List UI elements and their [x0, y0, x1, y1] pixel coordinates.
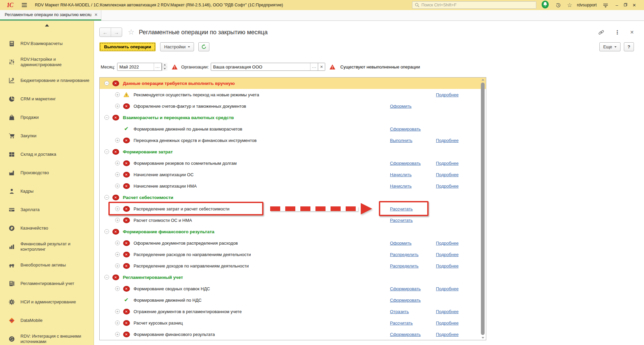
expand-icon[interactable]: +	[115, 92, 120, 97]
action-link[interactable]: Сформировать	[390, 298, 421, 303]
operation-row[interactable]: +✕Распределение доходов по направлениям …	[100, 260, 486, 272]
action-link[interactable]: Отразить	[390, 309, 409, 314]
action-link[interactable]: Рассчитать	[390, 206, 413, 211]
user-menu[interactable]: rdvsupport	[577, 3, 597, 7]
spinner-up-icon[interactable]	[162, 63, 167, 67]
restore-button[interactable]	[621, 3, 630, 8]
operation-row[interactable]: ✔Формирование движений по НДССформироват…	[100, 294, 486, 306]
global-search[interactable]	[412, 1, 536, 9]
spinner-down-icon[interactable]	[162, 67, 167, 71]
details-link[interactable]: Подробнее	[436, 161, 458, 166]
expand-icon[interactable]: +	[115, 332, 120, 337]
sidebar-item-hr[interactable]: Кадры	[0, 182, 94, 200]
expand-icon[interactable]: +	[115, 138, 120, 143]
copy-link-icon[interactable]	[598, 29, 604, 36]
scrollbar-up-icon[interactable]	[482, 79, 484, 81]
details-link[interactable]: Подробнее	[436, 309, 458, 314]
action-link[interactable]: Оформить	[390, 104, 411, 109]
scrollbar-thumb[interactable]	[481, 83, 485, 335]
operation-row[interactable]: +✕Переоценка денежных средств и финансов…	[100, 135, 486, 146]
expand-icon[interactable]: +	[115, 321, 120, 325]
operation-row[interactable]: ✔Формирование движений по данным взаимор…	[100, 123, 486, 135]
sidebar-item-crm[interactable]: CRM и маркетинг	[0, 90, 94, 108]
settings-button[interactable]: Настройки	[160, 42, 194, 51]
action-link[interactable]: Сформировать	[390, 286, 421, 291]
sidebar-scroll-up-icon[interactable]	[45, 24, 49, 27]
expand-icon[interactable]: +	[115, 161, 120, 165]
action-link[interactable]: Сформировать	[390, 127, 421, 132]
collapse-icon[interactable]: −	[104, 229, 109, 234]
details-link[interactable]: Подробнее	[436, 241, 458, 246]
action-link[interactable]: Начислить	[390, 172, 411, 177]
action-link[interactable]: Рассчитать	[390, 321, 413, 326]
close-window-button[interactable]: ✕	[630, 3, 639, 8]
refresh-button[interactable]	[198, 42, 209, 51]
minimize-button[interactable]: –	[612, 3, 621, 8]
expand-icon[interactable]: +	[115, 172, 120, 177]
sidebar-item-production[interactable]: Производство	[0, 163, 94, 182]
operation-row[interactable]: +!Рекомендуется осуществить переход на н…	[100, 89, 486, 100]
organization-clear-icon[interactable]: ✕	[318, 63, 325, 70]
expand-icon[interactable]: +	[115, 184, 120, 188]
details-link[interactable]: Подробнее	[436, 184, 458, 189]
collapse-icon[interactable]: −	[104, 149, 109, 154]
sidebar-item-rdv-vzaimoraschety[interactable]: RDV:Взаиморасчеты	[0, 34, 94, 53]
main-menu-icon[interactable]	[22, 3, 27, 7]
sidebar-item-salary[interactable]: Зарплата	[0, 200, 94, 219]
organization-input[interactable]	[211, 63, 310, 70]
operation-group-row[interactable]: −✕Расчет себестоимости	[100, 192, 486, 203]
operation-row[interactable]: +✕Формирование сводных справок НДССформи…	[100, 283, 486, 294]
details-link[interactable]: Подробнее	[436, 138, 458, 143]
action-link[interactable]: Сформировать	[390, 161, 421, 166]
operation-row[interactable]: +✕Оформление счетов-фактур и таможенных …	[100, 100, 486, 112]
action-link[interactable]: Оформить	[390, 241, 411, 246]
scrollbar-down-icon[interactable]	[482, 337, 484, 339]
details-link[interactable]: Подробнее	[436, 172, 458, 177]
action-link[interactable]: Сформировать	[390, 332, 421, 337]
operation-row[interactable]: +✕Расчет стоимости ОС и НМАРассчитать	[100, 214, 486, 226]
expand-icon[interactable]: +	[115, 286, 120, 291]
sidebar-item-datamobile[interactable]: DataMobile	[0, 311, 94, 330]
operation-row[interactable]: +✕Распределение затрат и расчет себестои…	[100, 203, 486, 214]
action-link[interactable]: Распределить	[390, 263, 418, 268]
collapse-icon[interactable]: −	[104, 81, 109, 86]
search-input[interactable]	[422, 3, 534, 7]
execute-operations-button[interactable]: Выполнить операции	[99, 42, 156, 51]
service-settings-icon[interactable]	[603, 3, 608, 8]
operation-row[interactable]: +✕Формирование финансового результатаСфо…	[100, 329, 486, 340]
organization-picker-button[interactable]: ...	[310, 63, 318, 70]
notifications-bell-icon[interactable]	[541, 0, 549, 10]
details-link[interactable]: Подробнее	[436, 92, 458, 97]
favorite-star-icon[interactable]: ☆	[128, 28, 135, 37]
collapse-icon[interactable]: −	[104, 115, 109, 120]
sidebar-item-sales[interactable]: Продажи	[0, 108, 94, 127]
expand-icon[interactable]: +	[115, 104, 120, 108]
more-button[interactable]: Еще	[599, 42, 621, 51]
action-link[interactable]: Распределить	[390, 252, 418, 257]
nav-back-icon[interactable]: ←	[100, 28, 111, 37]
help-button[interactable]: ?	[624, 42, 634, 51]
expand-icon[interactable]: +	[115, 309, 120, 314]
expand-icon[interactable]: +	[115, 241, 120, 245]
operation-group-row[interactable]: −✕Формирование финансового результата	[100, 226, 486, 237]
sidebar-item-nsi-admin[interactable]: НСИ и администрирование	[0, 293, 94, 311]
details-link[interactable]: Подробнее	[436, 286, 458, 291]
expand-icon[interactable]: +	[115, 252, 120, 257]
expand-icon[interactable]: +	[115, 206, 120, 211]
operation-row[interactable]: +✕Отражение документов в регламентирован…	[100, 306, 486, 317]
operation-row[interactable]: +✕Оформление документов распределения ра…	[100, 237, 486, 249]
operation-group-row[interactable]: −✕Формирование затрат	[100, 146, 486, 157]
tab-month-closing[interactable]: Регламентные операции по закрытию месяца…	[0, 10, 101, 20]
close-form-icon[interactable]: ✕	[630, 30, 634, 35]
expand-icon[interactable]: +	[115, 263, 120, 268]
details-link[interactable]: Подробнее	[436, 332, 458, 337]
month-input[interactable]	[117, 63, 154, 70]
sidebar-item-rdv-nastroyki[interactable]: RDV:Настройки и администрирование	[0, 53, 94, 71]
operation-group-row[interactable]: −✕Взаиморасчеты и переоценка валютных ср…	[100, 112, 486, 123]
more-options-icon[interactable]: ⋮	[614, 29, 620, 36]
sidebar-item-purchases[interactable]: Закупки	[0, 127, 94, 145]
details-link[interactable]: Подробнее	[436, 252, 458, 257]
operation-group-row[interactable]: −✕Данные операции требуется выполнить вр…	[100, 78, 486, 89]
sidebar-item-treasury[interactable]: ₽Казначейство	[0, 219, 94, 237]
operation-row[interactable]: +✕Распределение расходов по направлениям…	[100, 249, 486, 260]
